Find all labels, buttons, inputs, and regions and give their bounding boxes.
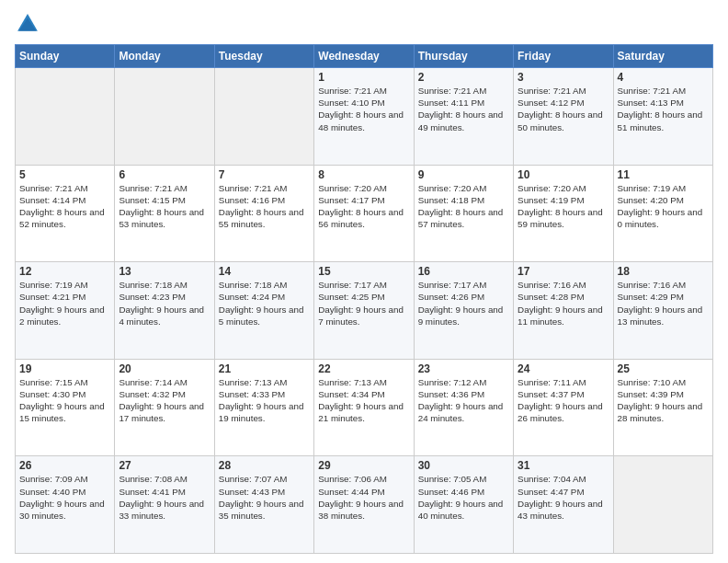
day-info: Sunrise: 7:15 AM Sunset: 4:30 PM Dayligh… bbox=[19, 376, 110, 425]
day-info: Sunrise: 7:18 AM Sunset: 4:24 PM Dayligh… bbox=[219, 279, 310, 327]
calendar-cell bbox=[115, 68, 214, 166]
calendar: SundayMondayTuesdayWednesdayThursdayFrid… bbox=[15, 44, 713, 554]
calendar-week-row: 12Sunrise: 7:19 AM Sunset: 4:21 PM Dayli… bbox=[16, 262, 713, 360]
calendar-cell: 15Sunrise: 7:17 AM Sunset: 4:25 PM Dayli… bbox=[314, 262, 414, 360]
logo-icon bbox=[15, 11, 40, 37]
day-number: 10 bbox=[518, 168, 609, 181]
day-info: Sunrise: 7:20 AM Sunset: 4:17 PM Dayligh… bbox=[318, 182, 409, 231]
day-info: Sunrise: 7:08 AM Sunset: 4:41 PM Dayligh… bbox=[119, 473, 210, 522]
calendar-cell bbox=[214, 68, 313, 166]
day-info: Sunrise: 7:10 AM Sunset: 4:39 PM Dayligh… bbox=[618, 376, 709, 425]
day-number: 27 bbox=[119, 459, 210, 472]
day-info: Sunrise: 7:21 AM Sunset: 4:12 PM Dayligh… bbox=[518, 85, 609, 133]
calendar-cell: 20Sunrise: 7:14 AM Sunset: 4:32 PM Dayli… bbox=[115, 359, 214, 456]
calendar-cell: 9Sunrise: 7:20 AM Sunset: 4:18 PM Daylig… bbox=[414, 165, 513, 262]
day-info: Sunrise: 7:20 AM Sunset: 4:19 PM Dayligh… bbox=[518, 182, 609, 231]
day-number: 28 bbox=[219, 459, 310, 472]
day-info: Sunrise: 7:09 AM Sunset: 4:40 PM Dayligh… bbox=[19, 473, 110, 522]
day-info: Sunrise: 7:21 AM Sunset: 4:11 PM Dayligh… bbox=[418, 85, 509, 133]
calendar-cell: 8Sunrise: 7:20 AM Sunset: 4:17 PM Daylig… bbox=[314, 165, 414, 262]
day-info: Sunrise: 7:19 AM Sunset: 4:20 PM Dayligh… bbox=[618, 182, 709, 231]
day-info: Sunrise: 7:21 AM Sunset: 4:16 PM Dayligh… bbox=[219, 182, 310, 231]
calendar-cell: 26Sunrise: 7:09 AM Sunset: 4:40 PM Dayli… bbox=[16, 456, 115, 554]
day-info: Sunrise: 7:12 AM Sunset: 4:36 PM Dayligh… bbox=[418, 376, 509, 425]
day-number: 9 bbox=[418, 168, 509, 181]
weekday-header: Monday bbox=[115, 45, 214, 68]
day-number: 16 bbox=[418, 265, 509, 278]
day-info: Sunrise: 7:13 AM Sunset: 4:34 PM Dayligh… bbox=[318, 376, 409, 425]
logo bbox=[15, 11, 44, 37]
day-number: 21 bbox=[219, 362, 310, 375]
day-info: Sunrise: 7:21 AM Sunset: 4:13 PM Dayligh… bbox=[618, 85, 709, 133]
day-number: 20 bbox=[119, 362, 210, 375]
weekday-header: Wednesday bbox=[314, 45, 414, 68]
day-number: 8 bbox=[318, 168, 409, 181]
day-info: Sunrise: 7:04 AM Sunset: 4:47 PM Dayligh… bbox=[518, 473, 609, 522]
day-info: Sunrise: 7:14 AM Sunset: 4:32 PM Dayligh… bbox=[119, 376, 210, 425]
calendar-cell: 22Sunrise: 7:13 AM Sunset: 4:34 PM Dayli… bbox=[314, 359, 414, 456]
calendar-cell: 21Sunrise: 7:13 AM Sunset: 4:33 PM Dayli… bbox=[214, 359, 313, 456]
day-number: 5 bbox=[19, 168, 110, 181]
header bbox=[15, 11, 713, 37]
day-number: 29 bbox=[318, 459, 409, 472]
calendar-cell: 12Sunrise: 7:19 AM Sunset: 4:21 PM Dayli… bbox=[16, 262, 115, 360]
calendar-cell: 16Sunrise: 7:17 AM Sunset: 4:26 PM Dayli… bbox=[414, 262, 513, 360]
calendar-cell: 11Sunrise: 7:19 AM Sunset: 4:20 PM Dayli… bbox=[613, 165, 712, 262]
calendar-cell: 28Sunrise: 7:07 AM Sunset: 4:43 PM Dayli… bbox=[214, 456, 313, 554]
day-info: Sunrise: 7:16 AM Sunset: 4:29 PM Dayligh… bbox=[618, 279, 709, 327]
calendar-cell: 19Sunrise: 7:15 AM Sunset: 4:30 PM Dayli… bbox=[16, 359, 115, 456]
calendar-cell: 23Sunrise: 7:12 AM Sunset: 4:36 PM Dayli… bbox=[414, 359, 513, 456]
day-number: 1 bbox=[318, 71, 409, 84]
day-number: 2 bbox=[418, 71, 509, 84]
day-number: 22 bbox=[318, 362, 409, 375]
calendar-cell: 7Sunrise: 7:21 AM Sunset: 4:16 PM Daylig… bbox=[214, 165, 313, 262]
calendar-cell: 24Sunrise: 7:11 AM Sunset: 4:37 PM Dayli… bbox=[514, 359, 613, 456]
day-info: Sunrise: 7:17 AM Sunset: 4:25 PM Dayligh… bbox=[318, 279, 409, 327]
day-number: 25 bbox=[618, 362, 709, 375]
weekday-header: Saturday bbox=[613, 45, 712, 68]
day-number: 26 bbox=[19, 459, 110, 472]
calendar-cell: 30Sunrise: 7:05 AM Sunset: 4:46 PM Dayli… bbox=[414, 456, 513, 554]
calendar-cell: 6Sunrise: 7:21 AM Sunset: 4:15 PM Daylig… bbox=[115, 165, 214, 262]
day-number: 14 bbox=[219, 265, 310, 278]
day-number: 15 bbox=[318, 265, 409, 278]
day-info: Sunrise: 7:16 AM Sunset: 4:28 PM Dayligh… bbox=[518, 279, 609, 327]
calendar-cell: 14Sunrise: 7:18 AM Sunset: 4:24 PM Dayli… bbox=[214, 262, 313, 360]
day-info: Sunrise: 7:11 AM Sunset: 4:37 PM Dayligh… bbox=[518, 376, 609, 425]
calendar-cell: 3Sunrise: 7:21 AM Sunset: 4:12 PM Daylig… bbox=[514, 68, 613, 166]
day-info: Sunrise: 7:17 AM Sunset: 4:26 PM Dayligh… bbox=[418, 279, 509, 327]
weekday-header: Sunday bbox=[16, 45, 115, 68]
calendar-cell: 31Sunrise: 7:04 AM Sunset: 4:47 PM Dayli… bbox=[514, 456, 613, 554]
calendar-cell: 1Sunrise: 7:21 AM Sunset: 4:10 PM Daylig… bbox=[314, 68, 414, 166]
weekday-header: Thursday bbox=[414, 45, 513, 68]
calendar-cell: 27Sunrise: 7:08 AM Sunset: 4:41 PM Dayli… bbox=[115, 456, 214, 554]
day-info: Sunrise: 7:21 AM Sunset: 4:14 PM Dayligh… bbox=[19, 182, 110, 231]
weekday-header: Friday bbox=[514, 45, 613, 68]
day-number: 30 bbox=[418, 459, 509, 472]
day-info: Sunrise: 7:05 AM Sunset: 4:46 PM Dayligh… bbox=[418, 473, 509, 522]
day-info: Sunrise: 7:07 AM Sunset: 4:43 PM Dayligh… bbox=[219, 473, 310, 522]
day-info: Sunrise: 7:20 AM Sunset: 4:18 PM Dayligh… bbox=[418, 182, 509, 231]
day-number: 17 bbox=[518, 265, 609, 278]
day-info: Sunrise: 7:21 AM Sunset: 4:10 PM Dayligh… bbox=[318, 85, 409, 133]
day-number: 3 bbox=[518, 71, 609, 84]
day-info: Sunrise: 7:21 AM Sunset: 4:15 PM Dayligh… bbox=[119, 182, 210, 231]
calendar-week-row: 1Sunrise: 7:21 AM Sunset: 4:10 PM Daylig… bbox=[16, 68, 713, 166]
calendar-cell: 18Sunrise: 7:16 AM Sunset: 4:29 PM Dayli… bbox=[613, 262, 712, 360]
calendar-cell: 2Sunrise: 7:21 AM Sunset: 4:11 PM Daylig… bbox=[414, 68, 513, 166]
day-number: 23 bbox=[418, 362, 509, 375]
day-number: 31 bbox=[518, 459, 609, 472]
page: SundayMondayTuesdayWednesdayThursdayFrid… bbox=[0, 0, 728, 563]
day-number: 24 bbox=[518, 362, 609, 375]
day-number: 13 bbox=[119, 265, 210, 278]
day-info: Sunrise: 7:13 AM Sunset: 4:33 PM Dayligh… bbox=[219, 376, 310, 425]
day-number: 7 bbox=[219, 168, 310, 181]
day-info: Sunrise: 7:19 AM Sunset: 4:21 PM Dayligh… bbox=[19, 279, 110, 327]
day-number: 11 bbox=[618, 168, 709, 181]
calendar-cell: 10Sunrise: 7:20 AM Sunset: 4:19 PM Dayli… bbox=[514, 165, 613, 262]
calendar-week-row: 19Sunrise: 7:15 AM Sunset: 4:30 PM Dayli… bbox=[16, 359, 713, 456]
day-info: Sunrise: 7:18 AM Sunset: 4:23 PM Dayligh… bbox=[119, 279, 210, 327]
weekday-header-row: SundayMondayTuesdayWednesdayThursdayFrid… bbox=[16, 45, 713, 68]
calendar-table: SundayMondayTuesdayWednesdayThursdayFrid… bbox=[15, 44, 713, 554]
calendar-week-row: 5Sunrise: 7:21 AM Sunset: 4:14 PM Daylig… bbox=[16, 165, 713, 262]
